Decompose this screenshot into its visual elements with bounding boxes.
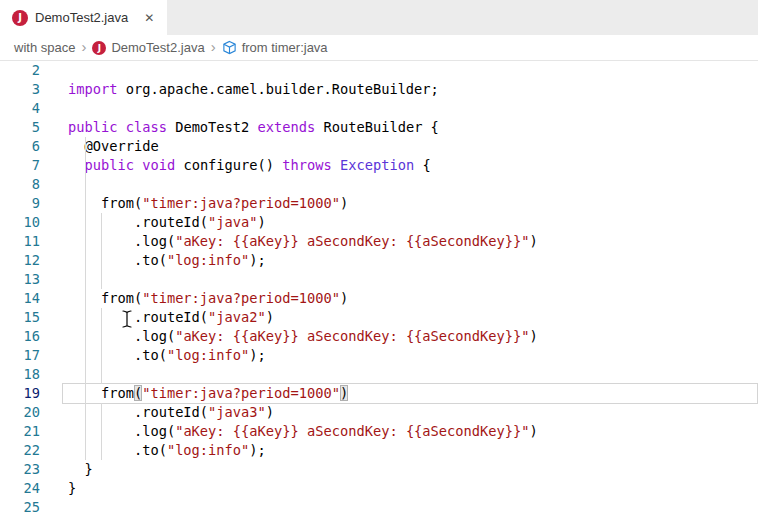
code-line[interactable]: 18 [0,365,758,384]
line-number[interactable]: 5 [0,118,40,137]
line-number[interactable]: 11 [0,232,40,251]
code-text[interactable]: @Override [40,137,159,156]
code-line[interactable]: 24} [0,479,758,498]
code-text[interactable]: .log("aKey: {{aKey}} aSecondKey: {{aSeco… [40,422,538,441]
line-number[interactable]: 24 [0,479,40,498]
code-text[interactable] [40,99,68,118]
line-number[interactable]: 22 [0,441,40,460]
code-line[interactable]: 12 .to("log:info"); [0,251,758,270]
line-number[interactable]: 20 [0,403,40,422]
line-number[interactable]: 7 [0,156,40,175]
java-file-icon: J [92,41,106,55]
breadcrumb-folder-label: with space [14,40,75,55]
line-number[interactable]: 17 [0,346,40,365]
code-text[interactable]: .routeId("java2") [40,308,274,327]
line-number[interactable]: 13 [0,270,40,289]
line-number[interactable]: 18 [0,365,40,384]
line-number[interactable]: 3 [0,80,40,99]
code-line[interactable]: 15 .routeId("java2") [0,308,758,327]
line-number[interactable]: 6 [0,137,40,156]
code-line[interactable]: 22 .to("log:info"); [0,441,758,460]
code-text[interactable]: from("timer:java?period=1000") [40,289,348,308]
breadcrumb-item-folder[interactable]: with space [14,40,75,55]
code-line[interactable]: 21 .log("aKey: {{aKey}} aSecondKey: {{aS… [0,422,758,441]
code-line[interactable]: 14 from("timer:java?period=1000") [0,289,758,308]
java-file-icon: J [12,10,28,26]
code-text[interactable] [40,365,68,384]
code-text[interactable]: .log("aKey: {{aKey}} aSecondKey: {{aSeco… [40,232,538,251]
bracket-match-highlight: ( [134,385,142,401]
tab-title: DemoTest2.java [35,10,128,25]
code-text[interactable]: from("timer:java?period=1000") [40,194,348,213]
code-line[interactable]: 6 @Override [0,137,758,156]
code-text[interactable]: public void configure() throws Exception… [40,156,431,175]
line-number[interactable]: 21 [0,422,40,441]
line-number[interactable]: 2 [0,61,40,80]
code-lines: 23import org.apache.camel.builder.RouteB… [0,61,758,517]
code-text[interactable] [40,175,68,194]
code-line[interactable]: 13 [0,270,758,289]
code-text[interactable]: .routeId("java") [40,213,266,232]
code-line[interactable]: 25 [0,498,758,517]
breadcrumb: with space › J DemoTest2.java › from tim… [0,35,758,61]
code-text[interactable]: import org.apache.camel.builder.RouteBui… [40,80,439,99]
line-number[interactable]: 4 [0,99,40,118]
code-editor[interactable]: 23import org.apache.camel.builder.RouteB… [0,61,758,517]
breadcrumb-item-file[interactable]: J DemoTest2.java [92,40,204,55]
line-number[interactable]: 9 [0,194,40,213]
code-line[interactable]: 16 .log("aKey: {{aKey}} aSecondKey: {{aS… [0,327,758,346]
code-line[interactable]: 9 from("timer:java?period=1000") [0,194,758,213]
line-number[interactable]: 15 [0,308,40,327]
line-number[interactable]: 25 [0,498,40,517]
code-line[interactable]: 23 } [0,460,758,479]
code-line[interactable]: 17 .to("log:info"); [0,346,758,365]
code-line[interactable]: 11 .log("aKey: {{aKey}} aSecondKey: {{aS… [0,232,758,251]
code-line[interactable]: 19 from("timer:java?period=1000") [0,384,758,403]
code-line[interactable]: 4 [0,99,758,118]
line-number[interactable]: 10 [0,213,40,232]
symbol-cube-icon [222,40,237,55]
code-text[interactable]: .to("log:info"); [40,346,266,365]
line-number[interactable]: 19 [0,384,40,403]
code-line[interactable]: 7 public void configure() throws Excepti… [0,156,758,175]
code-text[interactable] [40,61,68,80]
code-text[interactable]: .routeId("java3") [40,403,274,422]
breadcrumb-file-label: DemoTest2.java [111,40,204,55]
code-text[interactable]: .to("log:info"); [40,441,266,460]
line-number[interactable]: 16 [0,327,40,346]
breadcrumb-separator-icon: › [81,38,86,55]
code-line[interactable]: 3import org.apache.camel.builder.RouteBu… [0,80,758,99]
code-line[interactable]: 2 [0,61,758,80]
breadcrumb-item-symbol[interactable]: from timer:java [222,40,328,55]
line-number[interactable]: 12 [0,251,40,270]
code-text[interactable]: public class DemoTest2 extends RouteBuil… [40,118,439,137]
line-number[interactable]: 14 [0,289,40,308]
code-line[interactable]: 10 .routeId("java") [0,213,758,232]
code-text[interactable] [40,270,68,289]
line-number[interactable]: 23 [0,460,40,479]
code-line[interactable]: 5public class DemoTest2 extends RouteBui… [0,118,758,137]
line-number[interactable]: 8 [0,175,40,194]
code-text[interactable] [40,498,68,517]
code-line[interactable]: 8 [0,175,758,194]
tab-bar: J DemoTest2.java ✕ [0,0,758,35]
tab-demotest2[interactable]: J DemoTest2.java ✕ [0,0,167,35]
tab-close-icon[interactable]: ✕ [141,9,157,27]
breadcrumb-separator-icon: › [211,38,216,55]
code-text[interactable]: } [40,479,76,498]
code-text[interactable]: .log("aKey: {{aKey}} aSecondKey: {{aSeco… [40,327,538,346]
code-text[interactable]: .to("log:info"); [40,251,266,270]
code-line[interactable]: 20 .routeId("java3") [0,403,758,422]
code-text[interactable]: } [40,460,93,479]
code-text[interactable]: from("timer:java?period=1000") [40,384,348,403]
bracket-match-highlight: ) [340,385,348,401]
breadcrumb-symbol-label: from timer:java [242,40,328,55]
